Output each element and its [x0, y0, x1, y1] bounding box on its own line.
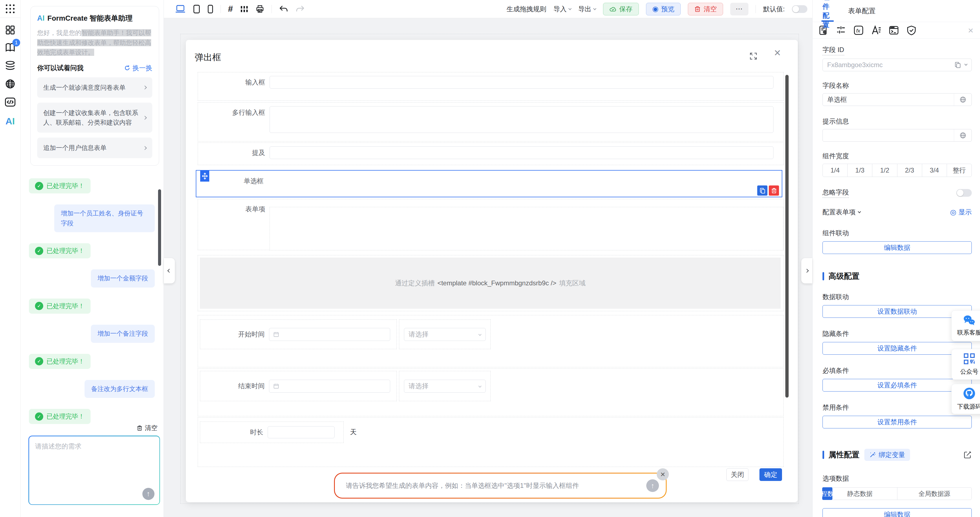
formula-fx-icon[interactable]: fx	[853, 25, 864, 35]
edit-link-data-button[interactable]: 编辑数据	[822, 241, 972, 254]
field-row-mention[interactable]: 提及	[198, 143, 784, 165]
dialog-close-icon[interactable]: ×	[774, 47, 781, 59]
generate-drag-rule-button[interactable]: 生成拖拽规则	[507, 5, 546, 13]
app-menu-icon[interactable]	[6, 5, 14, 13]
field-id-input[interactable]	[823, 59, 955, 71]
ai-assistant-rail-item[interactable]: AI	[5, 116, 15, 127]
official-account-widget[interactable]: 公众号	[951, 349, 980, 380]
width-option[interactable]: 3/4	[922, 164, 947, 177]
code-icon[interactable]	[5, 97, 16, 108]
options-tab-remote[interactable]: 远程数据	[822, 487, 832, 500]
device-tablet-button[interactable]	[193, 5, 200, 14]
sliders-icon[interactable]	[836, 25, 846, 35]
i18n-globe-button[interactable]	[954, 129, 972, 141]
columns-layout-button[interactable]	[240, 5, 248, 13]
chevron-down-icon[interactable]	[964, 62, 967, 65]
tab-form-config[interactable]: 表单配置	[848, 0, 876, 22]
clear-chat-button[interactable]: 清空	[137, 424, 158, 432]
select-input[interactable]: 请选择	[404, 328, 486, 341]
date-picker-input[interactable]	[269, 328, 390, 341]
width-option[interactable]: 2/3	[897, 164, 922, 177]
components-grid-icon[interactable]	[5, 25, 15, 35]
config-form-item-collapse[interactable]: 配置表单项	[822, 208, 861, 217]
field-row-radio-selected[interactable]: 单选框	[196, 170, 782, 197]
collapse-left-panel-handle[interactable]	[164, 258, 175, 284]
panel-close-icon[interactable]: ×	[968, 25, 974, 35]
select-field-cell[interactable]: 请选择	[399, 319, 491, 349]
suggestion-item[interactable]: 追加一个用户信息表单	[37, 138, 152, 158]
contact-support-widget[interactable]: 联系客服	[951, 310, 980, 341]
width-option[interactable]: 1/3	[847, 164, 872, 177]
collapse-right-panel-handle[interactable]	[801, 258, 812, 284]
download-source-widget[interactable]: 下载源码	[951, 384, 980, 414]
date-field-cell[interactable]: 结束时间	[200, 371, 397, 401]
globe-icon[interactable]	[5, 78, 16, 89]
send-button[interactable]: ↑	[142, 488, 154, 500]
preview-button[interactable]: ◉ 预览	[646, 3, 681, 16]
tab-component-config[interactable]: 组件配置	[822, 0, 833, 22]
copy-field-button[interactable]	[757, 186, 767, 196]
width-option[interactable]: 整行	[947, 164, 972, 177]
width-option[interactable]: 1/2	[872, 164, 897, 177]
field-name-input[interactable]	[823, 94, 954, 106]
edit-options-data-button[interactable]: 编辑数据	[822, 508, 972, 517]
field-row-start-time[interactable]: 开始时间 请选择	[198, 315, 784, 367]
edit-props-icon[interactable]	[964, 451, 972, 459]
device-desktop-button[interactable]	[175, 5, 186, 14]
ai-prompt-input[interactable]	[346, 482, 641, 490]
import-menu[interactable]: 导入	[554, 5, 571, 13]
duration-input[interactable]	[268, 426, 334, 438]
suggestion-item[interactable]: 生成一个就诊满意度问卷表单	[37, 77, 152, 98]
date-field-cell[interactable]: 开始时间	[200, 319, 397, 349]
date-picker-input[interactable]	[269, 380, 390, 393]
fullscreen-icon[interactable]	[749, 52, 757, 60]
database-icon[interactable]	[5, 60, 16, 71]
subform-drop-area[interactable]	[270, 207, 783, 251]
set-hide-condition-button[interactable]: 设置隐藏条件	[822, 342, 972, 355]
set-required-condition-button[interactable]: 设置必填条件	[822, 379, 972, 392]
field-row-textarea[interactable]: 多行输入框	[198, 102, 784, 141]
delete-field-button[interactable]	[769, 186, 779, 196]
refresh-suggestions-button[interactable]: 换一换	[124, 63, 152, 72]
field-row-input[interactable]: 输入框	[198, 72, 784, 101]
set-data-link-button[interactable]: 设置数据联动	[822, 305, 972, 318]
font-style-icon[interactable]	[871, 25, 881, 35]
duration-field-cell[interactable]: 时长	[200, 422, 344, 443]
i18n-globe-button[interactable]	[954, 94, 972, 106]
dialog-scrollbar[interactable]	[785, 75, 789, 398]
chat-input[interactable]	[29, 436, 159, 504]
ignore-field-toggle[interactable]	[956, 189, 972, 197]
field-row-slot[interactable]: 通过定义插槽 <template #block_Fwpmmbgnzdsrb9c …	[198, 255, 784, 311]
select-input[interactable]: 请选择	[404, 380, 486, 393]
shield-validate-icon[interactable]	[906, 25, 917, 35]
select-field-cell[interactable]: 请选择	[399, 371, 491, 401]
width-option[interactable]: 1/4	[822, 164, 848, 177]
prompt-send-button[interactable]: ↑	[646, 479, 659, 492]
options-tab-global[interactable]: 全局数据源	[897, 487, 972, 500]
copy-icon[interactable]	[955, 62, 961, 68]
docs-book-icon[interactable]: 1	[5, 42, 16, 53]
undo-button[interactable]	[279, 5, 288, 13]
clear-canvas-button[interactable]: 清空	[688, 3, 723, 16]
grid-toggle-button[interactable]: #	[228, 4, 233, 14]
dialog-confirm-button[interactable]: 确定	[759, 468, 782, 481]
bind-variable-button[interactable]: 绑定变量	[864, 449, 910, 461]
more-actions-button[interactable]: ⋯	[730, 3, 748, 16]
field-row-end-time[interactable]: 结束时间 请选择	[198, 368, 784, 416]
multiline-input[interactable]	[270, 106, 773, 133]
show-field-button[interactable]: ◎ 显示	[950, 208, 972, 217]
tip-input[interactable]	[823, 129, 954, 141]
default-value-toggle[interactable]	[792, 5, 807, 13]
chat-scrollbar[interactable]	[158, 189, 161, 266]
export-menu[interactable]: 导出	[578, 5, 596, 13]
prompt-close-button[interactable]: ×	[657, 468, 669, 481]
save-button[interactable]: 保存	[603, 3, 639, 16]
terminal-icon[interactable]	[889, 25, 899, 35]
set-disabled-condition-button[interactable]: 设置禁用条件	[822, 416, 972, 428]
print-button[interactable]	[256, 5, 264, 13]
field-row-subform[interactable]: 表单项	[198, 199, 784, 250]
dialog-close-button[interactable]: 关闭	[726, 468, 748, 481]
device-mobile-button[interactable]	[207, 5, 213, 14]
suggestion-item[interactable]: 创建一个建议收集表单，包含联系人、联系邮箱、分类和建议内容	[37, 103, 152, 133]
field-row-duration[interactable]: 时长 天	[198, 417, 784, 467]
